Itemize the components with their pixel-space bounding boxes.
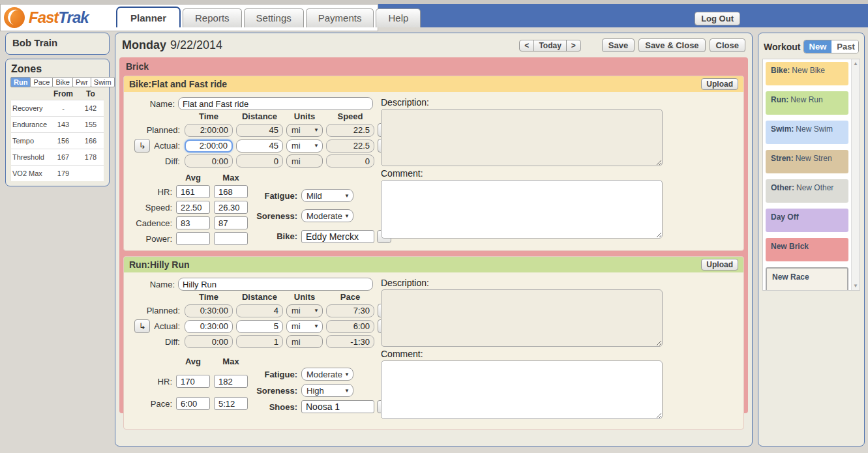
list-item-new-other[interactable]: Other:New Other	[766, 179, 848, 203]
bike-soreness-label: Soreness:	[256, 211, 297, 221]
brand-fast: Fast	[29, 8, 58, 26]
list-item-new-run[interactable]: Run:New Run	[766, 91, 848, 115]
bike-hr-max-input[interactable]	[214, 185, 248, 198]
run-stats-block: Avg Max HR: Pace: Fatigue: Moderate▼	[130, 353, 373, 413]
run-actual-units-select[interactable]: mi▼	[286, 320, 323, 333]
close-button[interactable]: Close	[710, 38, 745, 52]
zone-name: Tempo	[11, 137, 49, 145]
tab-help[interactable]: Help	[376, 8, 421, 27]
bike-power-avg-input[interactable]	[176, 232, 210, 245]
col-time: Time	[185, 292, 233, 302]
tab-planner[interactable]: Planner	[116, 7, 181, 27]
workout-tab-past[interactable]: Past	[831, 40, 859, 53]
top-navigation-bar: FastTrak Planner Reports Settings Paymen…	[0, 0, 868, 27]
bike-planned-speed	[326, 124, 374, 137]
run-comment-textarea[interactable]	[381, 360, 663, 419]
list-item-new-race[interactable]: New Race	[766, 267, 848, 290]
bike-power-max-input[interactable]	[214, 232, 248, 245]
zones-tab-run[interactable]: Run	[10, 77, 31, 87]
run-copy-planned-button[interactable]: ↳	[134, 319, 150, 333]
list-item-day-off[interactable]: Day Off	[766, 209, 848, 232]
run-comment-label: Comment:	[381, 349, 668, 359]
run-pace-max-input[interactable]	[214, 397, 248, 410]
run-soreness-label: Soreness:	[256, 386, 297, 396]
brick-title: Brick	[123, 61, 744, 76]
table-row: Threshold 167 178	[11, 149, 104, 166]
zones-tab-pace[interactable]: Pace	[30, 77, 53, 87]
next-day-button[interactable]: >	[566, 40, 581, 51]
run-upload-button[interactable]: Upload	[701, 259, 738, 270]
list-item-new-stren[interactable]: Stren:New Stren	[766, 150, 848, 173]
bike-form-column: Name: Time Distance Units Speed Planned:	[130, 97, 373, 245]
prev-day-button[interactable]: <	[519, 40, 534, 51]
tab-reports[interactable]: Reports	[183, 8, 242, 27]
run-hr-max-input[interactable]	[214, 375, 248, 388]
chevron-down-icon: ▼	[314, 323, 319, 329]
run-name-input[interactable]	[178, 278, 373, 291]
chevron-down-icon: ▼	[344, 372, 350, 377]
bike-actual-distance-input[interactable]	[236, 139, 283, 153]
zones-tab-pwr[interactable]: Pwr	[72, 77, 91, 87]
bike-actual-row-label: ↳ Actual:	[130, 139, 181, 153]
bike-comment-textarea[interactable]	[381, 180, 663, 239]
save-and-close-button[interactable]: Save & Close	[638, 38, 705, 52]
run-actual-time-input[interactable]	[185, 320, 233, 333]
workout-list-scrollbar[interactable]: ▲ ▼	[851, 59, 860, 290]
bike-planned-units-select[interactable]: mi▼	[286, 124, 323, 137]
bike-diff-speed	[326, 154, 374, 168]
run-planned-units-select[interactable]: mi▼	[286, 304, 323, 317]
zones-tab-bike[interactable]: Bike	[52, 77, 72, 87]
run-diff-time	[185, 335, 233, 348]
zone-to: 155	[78, 121, 104, 128]
bike-fatigue-select[interactable]: Mild▼	[301, 189, 353, 202]
list-item-new-bike[interactable]: Bike:New Bike	[766, 62, 848, 85]
zone-to	[78, 169, 104, 177]
bike-speed-avg-input[interactable]	[176, 201, 210, 214]
bike-name-input[interactable]	[178, 97, 373, 110]
run-description-textarea[interactable]	[381, 289, 663, 347]
bike-section-title: Bike:Flat and Fast ride	[129, 79, 227, 89]
save-button[interactable]: Save	[602, 38, 635, 52]
tab-settings[interactable]: Settings	[244, 8, 304, 27]
scroll-down-icon[interactable]: ▼	[853, 283, 858, 289]
bike-planned-distance	[236, 124, 283, 137]
bike-hr-avg-input[interactable]	[176, 185, 210, 198]
run-gear-input[interactable]	[301, 400, 374, 413]
bike-upload-button[interactable]: Upload	[701, 78, 738, 90]
bike-description-textarea[interactable]	[381, 109, 663, 166]
bike-cadence-max-input[interactable]	[214, 216, 248, 229]
run-pace-avg-input[interactable]	[176, 397, 210, 410]
bike-actual-label: Actual:	[154, 141, 180, 151]
tab-payments[interactable]: Payments	[306, 8, 374, 27]
col-units: Units	[286, 292, 323, 302]
list-item-new-swim[interactable]: Swim:New Swim	[766, 121, 848, 144]
brand-name: FastTrak	[29, 8, 89, 27]
list-item-new-brick[interactable]: New Brick	[766, 238, 848, 261]
workout-tab-new[interactable]: New	[804, 40, 832, 53]
logout-button[interactable]: Log Out	[695, 12, 740, 25]
avg-header: Avg	[176, 173, 210, 183]
bike-speed-max-input[interactable]	[214, 201, 248, 214]
run-hr-avg-input[interactable]	[176, 375, 210, 388]
run-form-column: Name: Time Distance Units Pace Planned:	[130, 278, 373, 424]
zones-tabs: Run Pace Bike Pwr Swim	[11, 77, 104, 87]
bike-soreness-select[interactable]: Moderate▼	[301, 209, 353, 222]
run-soreness-select[interactable]: High▼	[301, 384, 353, 397]
col-speed: Speed	[326, 111, 374, 121]
day-header: Monday9/22/2014 < Today > Save Save & Cl…	[115, 33, 752, 56]
scroll-up-icon[interactable]: ▲	[853, 61, 858, 66]
chevron-down-icon: ▼	[344, 388, 350, 394]
zone-name: Endurance	[11, 121, 49, 128]
bike-copy-planned-button[interactable]: ↳	[134, 139, 150, 153]
run-text-column: Description: Comment:	[381, 278, 668, 424]
today-button[interactable]: Today	[533, 40, 566, 51]
bike-cadence-avg-input[interactable]	[176, 216, 210, 229]
run-fatigue-select[interactable]: Moderate▼	[301, 368, 353, 381]
zones-tab-swim[interactable]: Swim	[91, 77, 115, 87]
bike-fatigue-label: Fatigue:	[256, 191, 297, 201]
bike-actual-time-input[interactable]	[185, 139, 233, 153]
run-actual-distance-input[interactable]	[236, 320, 283, 333]
bike-actual-units-select[interactable]: mi▼	[286, 139, 323, 153]
workout-library-title: Workout	[764, 42, 801, 52]
bike-gear-input[interactable]	[301, 230, 374, 243]
